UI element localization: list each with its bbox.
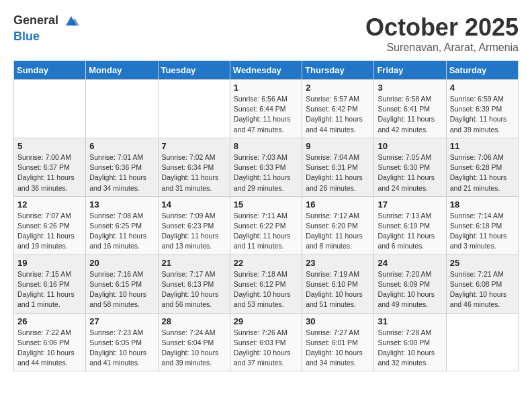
logo-text: General Blue xyxy=(13,13,79,44)
day-number: 1 xyxy=(234,83,298,93)
calendar-header-row: SundayMondayTuesdayWednesdayThursdayFrid… xyxy=(14,61,519,80)
day-number: 30 xyxy=(306,316,370,326)
day-number: 18 xyxy=(450,199,515,210)
logo-icon xyxy=(63,13,79,30)
col-header-wednesday: Wednesday xyxy=(230,61,302,80)
month-title: October 2025 xyxy=(365,13,519,42)
calendar-day-cell: 14Sunrise: 7:09 AM Sunset: 6:23 PM Dayli… xyxy=(158,196,230,255)
calendar-day-cell: 4Sunrise: 6:59 AM Sunset: 6:39 PM Daylig… xyxy=(446,80,518,138)
day-info: Sunrise: 7:19 AM Sunset: 6:10 PM Dayligh… xyxy=(306,269,370,310)
day-info: Sunrise: 7:13 AM Sunset: 6:19 PM Dayligh… xyxy=(378,211,442,252)
day-number: 22 xyxy=(234,258,298,268)
day-number: 16 xyxy=(306,199,370,210)
day-number: 8 xyxy=(234,141,298,151)
calendar-day-cell: 24Sunrise: 7:20 AM Sunset: 6:09 PM Dayli… xyxy=(374,255,446,313)
location-subtitle: Surenavan, Ararat, Armenia xyxy=(365,42,519,54)
day-number: 17 xyxy=(378,199,442,210)
day-info: Sunrise: 7:28 AM Sunset: 6:00 PM Dayligh… xyxy=(378,328,442,369)
day-info: Sunrise: 7:14 AM Sunset: 6:18 PM Dayligh… xyxy=(450,211,515,252)
day-info: Sunrise: 7:21 AM Sunset: 6:08 PM Dayligh… xyxy=(450,269,515,310)
logo-general: General xyxy=(13,15,79,26)
day-number: 29 xyxy=(234,316,298,326)
day-info: Sunrise: 7:07 AM Sunset: 6:26 PM Dayligh… xyxy=(17,211,82,252)
day-info: Sunrise: 7:20 AM Sunset: 6:09 PM Dayligh… xyxy=(378,269,442,310)
day-number: 5 xyxy=(17,141,82,151)
day-number: 7 xyxy=(162,141,226,151)
calendar-day-cell: 22Sunrise: 7:18 AM Sunset: 6:12 PM Dayli… xyxy=(230,255,302,313)
day-number: 4 xyxy=(450,83,515,93)
calendar-day-cell: 25Sunrise: 7:21 AM Sunset: 6:08 PM Dayli… xyxy=(446,255,518,313)
day-number: 12 xyxy=(17,199,82,210)
calendar-week-row: 19Sunrise: 7:15 AM Sunset: 6:16 PM Dayli… xyxy=(14,255,519,313)
calendar-day-cell: 20Sunrise: 7:16 AM Sunset: 6:15 PM Dayli… xyxy=(86,255,158,313)
day-info: Sunrise: 7:17 AM Sunset: 6:13 PM Dayligh… xyxy=(162,269,226,310)
day-info: Sunrise: 6:58 AM Sunset: 6:41 PM Dayligh… xyxy=(378,94,442,135)
calendar-day-cell: 11Sunrise: 7:06 AM Sunset: 6:28 PM Dayli… xyxy=(446,138,518,196)
calendar-day-cell: 3Sunrise: 6:58 AM Sunset: 6:41 PM Daylig… xyxy=(374,80,446,138)
day-info: Sunrise: 6:56 AM Sunset: 6:44 PM Dayligh… xyxy=(234,94,298,135)
calendar-week-row: 1Sunrise: 6:56 AM Sunset: 6:44 PM Daylig… xyxy=(14,80,519,138)
col-header-tuesday: Tuesday xyxy=(158,61,230,80)
calendar-day-cell: 18Sunrise: 7:14 AM Sunset: 6:18 PM Dayli… xyxy=(446,196,518,255)
day-info: Sunrise: 7:11 AM Sunset: 6:22 PM Dayligh… xyxy=(234,211,298,252)
col-header-sunday: Sunday xyxy=(14,61,86,80)
calendar-day-cell: 17Sunrise: 7:13 AM Sunset: 6:19 PM Dayli… xyxy=(374,196,446,255)
empty-day-cell xyxy=(158,80,230,138)
title-block: October 2025 Surenavan, Ararat, Armenia xyxy=(365,13,519,54)
calendar-day-cell: 1Sunrise: 6:56 AM Sunset: 6:44 PM Daylig… xyxy=(230,80,302,138)
day-info: Sunrise: 7:24 AM Sunset: 6:04 PM Dayligh… xyxy=(162,328,226,369)
calendar-day-cell: 21Sunrise: 7:17 AM Sunset: 6:13 PM Dayli… xyxy=(158,255,230,313)
day-info: Sunrise: 6:59 AM Sunset: 6:39 PM Dayligh… xyxy=(450,94,515,135)
calendar-day-cell: 10Sunrise: 7:05 AM Sunset: 6:30 PM Dayli… xyxy=(374,138,446,196)
calendar-day-cell: 27Sunrise: 7:23 AM Sunset: 6:05 PM Dayli… xyxy=(86,313,158,371)
day-info: Sunrise: 7:03 AM Sunset: 6:33 PM Dayligh… xyxy=(234,152,298,193)
day-info: Sunrise: 7:23 AM Sunset: 6:05 PM Dayligh… xyxy=(89,328,154,369)
day-info: Sunrise: 7:04 AM Sunset: 6:31 PM Dayligh… xyxy=(306,152,370,193)
day-number: 13 xyxy=(89,199,154,210)
day-number: 31 xyxy=(378,316,442,326)
day-info: Sunrise: 7:12 AM Sunset: 6:20 PM Dayligh… xyxy=(306,211,370,252)
calendar-week-row: 26Sunrise: 7:22 AM Sunset: 6:06 PM Dayli… xyxy=(14,313,519,371)
calendar-day-cell: 5Sunrise: 7:00 AM Sunset: 6:37 PM Daylig… xyxy=(14,138,86,196)
calendar-day-cell: 6Sunrise: 7:01 AM Sunset: 6:36 PM Daylig… xyxy=(86,138,158,196)
day-number: 28 xyxy=(162,316,226,326)
day-number: 21 xyxy=(162,258,226,268)
calendar-day-cell: 31Sunrise: 7:28 AM Sunset: 6:00 PM Dayli… xyxy=(374,313,446,371)
calendar-day-cell: 23Sunrise: 7:19 AM Sunset: 6:10 PM Dayli… xyxy=(302,255,374,313)
calendar-table: SundayMondayTuesdayWednesdayThursdayFrid… xyxy=(13,60,519,371)
day-number: 10 xyxy=(378,141,442,151)
calendar-day-cell: 7Sunrise: 7:02 AM Sunset: 6:34 PM Daylig… xyxy=(158,138,230,196)
day-info: Sunrise: 7:22 AM Sunset: 6:06 PM Dayligh… xyxy=(17,328,82,369)
day-number: 23 xyxy=(306,258,370,268)
calendar-day-cell: 29Sunrise: 7:26 AM Sunset: 6:03 PM Dayli… xyxy=(230,313,302,371)
calendar-week-row: 12Sunrise: 7:07 AM Sunset: 6:26 PM Dayli… xyxy=(14,196,519,255)
col-header-saturday: Saturday xyxy=(446,61,518,80)
calendar-day-cell: 19Sunrise: 7:15 AM Sunset: 6:16 PM Dayli… xyxy=(14,255,86,313)
col-header-friday: Friday xyxy=(374,61,446,80)
empty-day-cell xyxy=(446,313,518,371)
day-number: 6 xyxy=(89,141,154,151)
day-info: Sunrise: 7:02 AM Sunset: 6:34 PM Dayligh… xyxy=(162,152,226,193)
day-info: Sunrise: 7:05 AM Sunset: 6:30 PM Dayligh… xyxy=(378,152,442,193)
day-info: Sunrise: 7:09 AM Sunset: 6:23 PM Dayligh… xyxy=(162,211,226,252)
day-number: 3 xyxy=(378,83,442,93)
day-number: 9 xyxy=(306,141,370,151)
day-number: 20 xyxy=(89,258,154,268)
calendar-day-cell: 13Sunrise: 7:08 AM Sunset: 6:25 PM Dayli… xyxy=(86,196,158,255)
calendar-day-cell: 8Sunrise: 7:03 AM Sunset: 6:33 PM Daylig… xyxy=(230,138,302,196)
day-number: 14 xyxy=(162,199,226,210)
calendar-day-cell: 15Sunrise: 7:11 AM Sunset: 6:22 PM Dayli… xyxy=(230,196,302,255)
empty-day-cell xyxy=(14,80,86,138)
calendar-day-cell: 12Sunrise: 7:07 AM Sunset: 6:26 PM Dayli… xyxy=(14,196,86,255)
day-info: Sunrise: 7:15 AM Sunset: 6:16 PM Dayligh… xyxy=(17,269,82,310)
calendar-day-cell: 2Sunrise: 6:57 AM Sunset: 6:42 PM Daylig… xyxy=(302,80,374,138)
day-number: 15 xyxy=(234,199,298,210)
col-header-thursday: Thursday xyxy=(302,61,374,80)
calendar-day-cell: 30Sunrise: 7:27 AM Sunset: 6:01 PM Dayli… xyxy=(302,313,374,371)
day-info: Sunrise: 7:26 AM Sunset: 6:03 PM Dayligh… xyxy=(234,328,298,369)
empty-day-cell xyxy=(86,80,158,138)
calendar-day-cell: 16Sunrise: 7:12 AM Sunset: 6:20 PM Dayli… xyxy=(302,196,374,255)
day-info: Sunrise: 7:01 AM Sunset: 6:36 PM Dayligh… xyxy=(89,152,154,193)
day-number: 24 xyxy=(378,258,442,268)
day-number: 19 xyxy=(17,258,82,268)
